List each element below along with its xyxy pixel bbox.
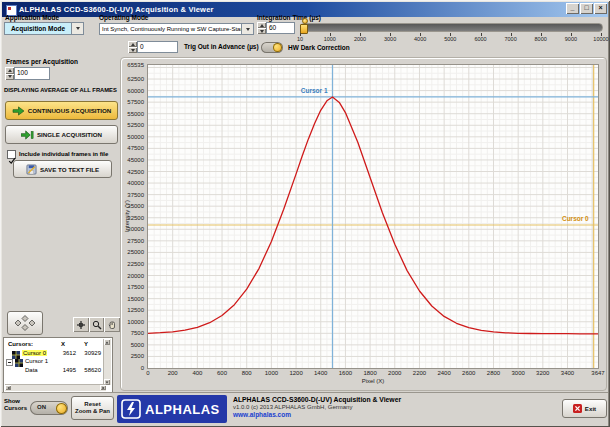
horizontal-scrollbar[interactable]	[5, 384, 106, 391]
scroll-right-icon[interactable]	[100, 385, 106, 390]
frames-per-acquisition-spinner[interactable]: 100	[5, 67, 50, 80]
operating-mode-label: Operating Mode	[99, 14, 148, 21]
spectrum-plot[interactable]: Cursor 0Cursor 1	[148, 65, 598, 368]
integration-time-slider[interactable]	[300, 23, 603, 32]
y-tick-label: 12500	[120, 307, 144, 313]
minimize-button[interactable]: _	[566, 3, 579, 14]
slider-value-dot	[302, 18, 308, 24]
continuous-acquisition-button[interactable]: CONTINUOUS ACQUISITION	[5, 101, 118, 120]
graph-palette	[73, 317, 120, 332]
magnifier-icon	[92, 320, 102, 330]
integration-time-label: Integration Time (µs)	[257, 14, 321, 21]
slider-tick-label: 2000	[348, 36, 372, 42]
trig-out-value[interactable]: 0	[137, 41, 178, 53]
cursors-table: Cursors: X Y Cursor 0 3612 30929 Cursor …	[3, 337, 113, 393]
cursor-tool-button[interactable]	[73, 317, 89, 332]
save-to-text-file-button[interactable]: SAVE TO TEXT FILE	[13, 160, 112, 178]
show-cursors-toggle[interactable]: ON	[30, 401, 68, 415]
y-tick-label: 40000	[120, 180, 144, 186]
vertical-scrollbar[interactable]	[103, 339, 111, 385]
decrement-icon[interactable]	[128, 47, 137, 53]
y-tick-label: 10000	[120, 319, 144, 325]
frames-per-acquisition-value[interactable]: 100	[14, 67, 50, 80]
slider-tick-label: 8000	[529, 36, 553, 42]
y-tick-label: 17500	[120, 284, 144, 290]
application-mode-combo[interactable]: Acquisition Mode	[4, 22, 84, 35]
y-tick-label: 60000	[120, 88, 144, 94]
cursor1-name[interactable]: Cursor 1	[25, 358, 48, 364]
slider-tick-label: 3000	[378, 36, 402, 42]
crosshair-icon	[76, 320, 86, 330]
cursor1-x-value: 1495	[56, 367, 76, 373]
averaging-note: DISPLAYING AVERAGE OF ALL FRAMES	[4, 87, 117, 93]
alphalas-logo-icon	[121, 399, 141, 419]
plot-area[interactable]: Cursor 0Cursor 1	[148, 65, 598, 368]
cursor0-name[interactable]: Cursor 0	[22, 350, 47, 356]
pan-tool-button[interactable]	[104, 317, 120, 332]
single-acquisition-label: SINGLE ACQUISITION	[37, 131, 102, 138]
app-window: ALPHALAS CCD-S3600-D(-UV) Acquisition & …	[0, 0, 610, 427]
hw-dark-correction-label: HW Dark Correction	[288, 44, 350, 51]
trig-out-label: Trig Out in Advance (µs)	[184, 43, 259, 50]
x-axis-ticks: 0200400600800100012001400160018002000220…	[148, 370, 598, 378]
slider-tick-label: 1000	[318, 36, 342, 42]
application-mode-value: Acquisition Mode	[5, 23, 71, 34]
include-frames-checkbox[interactable]	[7, 150, 16, 159]
hw-dark-correction-toggle[interactable]	[261, 42, 283, 53]
close-button[interactable]: ×	[594, 3, 607, 14]
integration-time-spinner[interactable]: 60	[257, 22, 295, 34]
continuous-acquisition-label: CONTINUOUS ACQUISITION	[28, 107, 112, 114]
green-step-arrow-icon	[21, 130, 34, 140]
slider-tick-label: 7000	[499, 36, 523, 42]
scroll-left-icon[interactable]	[5, 385, 11, 390]
y-tick-label: 22500	[120, 261, 144, 267]
chevron-down-icon[interactable]	[71, 23, 83, 34]
y-tick-label: 15000	[120, 296, 144, 302]
decrement-icon[interactable]	[257, 28, 266, 34]
tree-expander-icon[interactable]	[6, 359, 13, 366]
green-arrow-icon	[12, 106, 25, 116]
trig-out-spinner[interactable]: 0	[128, 41, 178, 53]
cursor-label: Cursor 0	[562, 215, 589, 222]
maximize-button[interactable]: □	[580, 3, 593, 14]
cursor-icon	[12, 351, 20, 359]
integration-time-value[interactable]: 60	[266, 22, 295, 34]
cursor1-data-label[interactable]: Data	[25, 367, 38, 373]
reset-zoom-pan-button[interactable]: Reset Zoom & Pan	[71, 396, 114, 420]
y-tick-label: 62500	[120, 76, 144, 82]
slider-tick-label: 5000	[438, 36, 462, 42]
show-cursors-label-line1: Show	[4, 398, 20, 404]
red-x-icon	[573, 404, 582, 413]
include-frames-label: Include individual frames in file	[19, 151, 108, 157]
y-tick-label: 52500	[120, 122, 144, 128]
zoom-tool-button[interactable]	[89, 317, 105, 332]
y-tick-label: 42500	[120, 169, 144, 175]
website-link[interactable]: www.alphalas.com	[233, 411, 291, 418]
chevron-down-icon[interactable]	[241, 24, 253, 34]
y-tick-label: 27500	[120, 238, 144, 244]
reset-label-line2: Zoom & Pan	[75, 408, 110, 415]
pan-direction-button[interactable]	[7, 311, 43, 335]
save-icon	[26, 164, 37, 175]
frames-per-acquisition-label: Frames per Acquisition	[6, 58, 78, 65]
y-tick-label: 37500	[120, 192, 144, 198]
alphalas-logo-text: ALPHALAS	[145, 402, 220, 417]
save-to-text-file-label: SAVE TO TEXT FILE	[40, 166, 99, 173]
decrement-icon[interactable]	[5, 74, 14, 81]
y-tick-label: 2500	[120, 353, 144, 359]
slider-tick-label: 10000	[589, 36, 610, 42]
cursor-label: Cursor 1	[301, 87, 328, 94]
y-tick-label: 7500	[120, 330, 144, 336]
single-acquisition-button[interactable]: SINGLE ACQUISITION	[5, 125, 118, 144]
operating-mode-combo[interactable]: Int Synch, Continuously Running w SW Cap…	[99, 23, 254, 35]
scroll-up-icon[interactable]	[104, 339, 110, 345]
alphalas-logo: ALPHALAS	[117, 395, 227, 423]
y-tick-label: 47500	[120, 145, 144, 151]
cursor0-x-value: 3612	[56, 350, 76, 356]
exit-button[interactable]: Exit	[562, 399, 607, 418]
y-tick-label: 65535	[120, 62, 144, 68]
y-tick-label: 45000	[120, 157, 144, 163]
operating-mode-value: Int Synch, Continuously Running w SW Cap…	[100, 24, 241, 34]
y-tick-label: 20000	[120, 273, 144, 279]
cursor1-y-value: 58620	[79, 367, 101, 373]
